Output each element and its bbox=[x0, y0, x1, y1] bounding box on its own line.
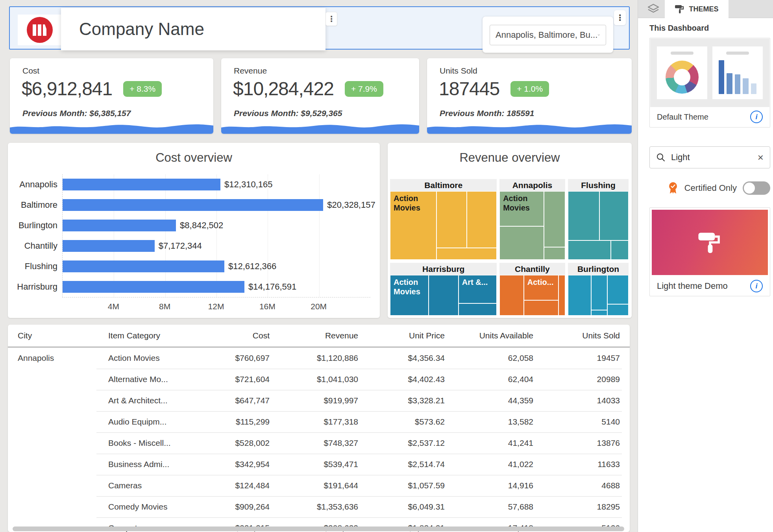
treemap-cell-label: Action Movies bbox=[500, 192, 544, 214]
treemap-cell[interactable] bbox=[591, 310, 608, 316]
treemap-cell[interactable] bbox=[611, 240, 629, 260]
kpi-delta-badge: + 8.3% bbox=[123, 81, 162, 97]
treemap-group-baltimore: BaltimoreAction Movies bbox=[390, 179, 497, 260]
table-header-cell[interactable]: Item Category bbox=[108, 331, 189, 340]
chevron-down-icon bbox=[597, 31, 600, 39]
treemap-group-title: Burlington bbox=[568, 263, 629, 275]
treemap-cell[interactable] bbox=[524, 300, 558, 316]
table-cell: $1,057.59 bbox=[358, 481, 445, 490]
row-separator bbox=[96, 390, 622, 390]
treemap-cell[interactable]: Actio... bbox=[524, 275, 558, 300]
bar[interactable] bbox=[63, 240, 155, 252]
treemap-cell[interactable] bbox=[436, 191, 467, 248]
treemap-cell[interactable] bbox=[599, 191, 629, 240]
treemap-group-title: Flushing bbox=[568, 179, 629, 191]
treemap-cell[interactable] bbox=[544, 247, 565, 259]
table-cell: 19457 bbox=[533, 353, 620, 363]
horizontal-scrollbar[interactable] bbox=[13, 526, 624, 531]
table-cell: 11633 bbox=[533, 460, 620, 469]
paint-roller-icon bbox=[697, 230, 723, 255]
table-cell: $2,514.74 bbox=[358, 460, 445, 469]
bar[interactable] bbox=[63, 199, 323, 211]
treemap-cell[interactable] bbox=[499, 275, 524, 316]
bar[interactable] bbox=[63, 179, 220, 190]
header-menu-button[interactable]: ⋮ bbox=[614, 10, 626, 25]
table-cell: Action Movies bbox=[108, 353, 189, 363]
kpi-title: Revenue bbox=[234, 66, 267, 76]
treemap-cell[interactable] bbox=[568, 275, 591, 316]
table-row: Books - Miscell...$528,002$748,327$2,537… bbox=[8, 432, 630, 454]
default-theme-card[interactable]: Default Theme i bbox=[649, 38, 770, 127]
treemap-cell[interactable] bbox=[467, 191, 497, 248]
city-filter-dropdown[interactable]: Annapolis, Baltimore, Bu... bbox=[490, 25, 606, 45]
x-axis-tick-label: 8M bbox=[159, 302, 170, 311]
bar[interactable] bbox=[63, 220, 176, 231]
donut-chart-thumbnail bbox=[657, 46, 707, 99]
table-header-cell[interactable]: Units Sold bbox=[533, 331, 620, 340]
layers-icon bbox=[647, 3, 660, 15]
treemap-cell[interactable]: Action Movies bbox=[390, 275, 429, 316]
light-theme-card[interactable]: Light theme Demo i bbox=[649, 207, 770, 296]
table-row: Comedy Movies$909,264$1,353,636$6,049.31… bbox=[8, 496, 630, 517]
info-icon[interactable]: i bbox=[750, 111, 763, 123]
table-header-cell[interactable]: Units Available bbox=[445, 331, 533, 340]
bar-category-label: Burlington bbox=[8, 220, 57, 231]
treemap-cell[interactable]: Action Movies bbox=[499, 191, 544, 226]
logo-bar bbox=[43, 24, 46, 36]
table-cell: $539,471 bbox=[270, 460, 358, 469]
theme-search-input[interactable]: Light × bbox=[649, 146, 770, 168]
table-cell: 57,688 bbox=[445, 502, 533, 512]
clear-search-icon[interactable]: × bbox=[758, 152, 764, 163]
table-row: Audio Equipm...$115,299$177,318$573.6213… bbox=[8, 411, 630, 432]
treemap-cell[interactable] bbox=[607, 304, 629, 316]
default-theme-name: Default Theme bbox=[657, 113, 708, 122]
table-header-cell[interactable]: Unit Price bbox=[358, 331, 445, 340]
treemap-cell[interactable] bbox=[429, 275, 459, 316]
treemap-cell[interactable] bbox=[499, 226, 544, 260]
header-widget[interactable]: Company Name ⋮ Annapolis, Baltimore, Bu.… bbox=[9, 6, 630, 50]
certified-only-toggle[interactable] bbox=[743, 181, 770, 195]
kpi-card[interactable]: Cost$6,912,841+ 8.3%Previous Month: $6,3… bbox=[10, 58, 213, 134]
row-separator bbox=[96, 454, 622, 454]
bar[interactable] bbox=[63, 260, 224, 272]
treemap-group-title: Harrisburg bbox=[390, 263, 497, 275]
treemap-cell[interactable]: Action Movies bbox=[390, 191, 436, 260]
kpi-title: Cost bbox=[22, 66, 39, 76]
city-filter-widget: Annapolis, Baltimore, Bu... bbox=[483, 17, 613, 53]
table-cell: Art & Architect... bbox=[108, 396, 189, 405]
kebab-icon: ⋮ bbox=[616, 13, 624, 22]
kpi-sparkline-area bbox=[427, 119, 632, 134]
table-header-cell[interactable]: City bbox=[18, 331, 108, 340]
kpi-card[interactable]: Units Sold187445+ 1.0%Previous Month: 18… bbox=[427, 58, 632, 134]
row-separator bbox=[96, 475, 622, 475]
table-cell: $4,356.34 bbox=[358, 353, 445, 363]
treemap-cell[interactable] bbox=[568, 240, 611, 260]
tab-themes[interactable]: THEMES bbox=[665, 0, 729, 18]
bar-category-label: Harrisburg bbox=[8, 281, 57, 293]
kpi-value: $6,912,841 bbox=[22, 78, 112, 100]
tab-layers[interactable] bbox=[642, 0, 665, 18]
kpi-value-row: 187445+ 1.0% bbox=[439, 78, 549, 100]
treemap-cell[interactable] bbox=[607, 275, 629, 304]
treemap-cell[interactable] bbox=[568, 191, 599, 240]
table-header-cell[interactable]: Revenue bbox=[270, 331, 358, 340]
treemap-cell-label: Action Movies bbox=[390, 275, 428, 298]
kpi-card[interactable]: Revenue$10,284,422+ 7.9%Previous Month: … bbox=[221, 58, 419, 134]
city-filter-value: Annapolis, Baltimore, Bu... bbox=[496, 30, 597, 40]
treemap-cell[interactable] bbox=[558, 275, 565, 316]
table-cell: 41,022 bbox=[445, 460, 533, 469]
table-cell: 44,359 bbox=[445, 396, 533, 405]
treemap-cell[interactable] bbox=[544, 191, 565, 247]
table-header-cell[interactable]: Cost bbox=[189, 331, 270, 340]
treemap-cell[interactable] bbox=[436, 248, 497, 260]
search-value: Light bbox=[671, 152, 690, 163]
treemap-cell[interactable] bbox=[591, 275, 608, 310]
treemap-cell[interactable] bbox=[459, 303, 497, 316]
table-cell: $760,697 bbox=[189, 353, 270, 363]
bar[interactable] bbox=[63, 281, 244, 293]
treemap-cell[interactable]: Art &... bbox=[459, 275, 497, 303]
widget-menu-button[interactable]: ⋮ bbox=[325, 12, 337, 26]
info-icon[interactable]: i bbox=[750, 280, 763, 292]
treemap-group-body: Actio... bbox=[499, 275, 565, 316]
table-cell: Cameras bbox=[108, 481, 189, 490]
